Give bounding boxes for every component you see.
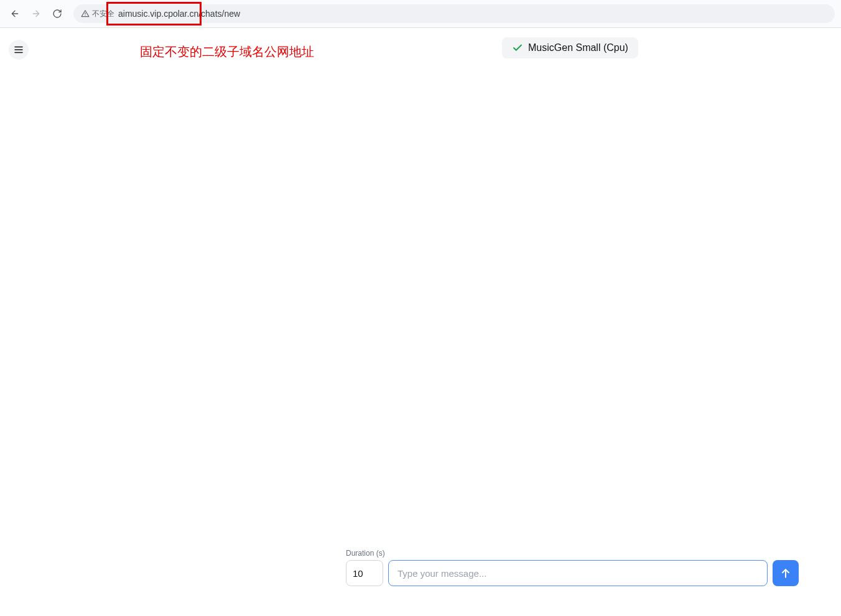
- model-badge[interactable]: MusicGen Small (Cpu): [502, 37, 638, 58]
- browser-toolbar: 不安全 aimusic.vip.cpolar.cn/chats/new: [0, 0, 841, 28]
- input-panel: Duration (s): [346, 549, 799, 586]
- reload-icon: [52, 9, 62, 19]
- duration-label: Duration (s): [346, 549, 799, 558]
- back-button[interactable]: [6, 5, 24, 22]
- menu-button[interactable]: [9, 40, 29, 60]
- page-header: MusicGen Small (Cpu): [0, 37, 841, 68]
- forward-button[interactable]: [27, 5, 45, 22]
- arrow-up-icon: [779, 567, 792, 579]
- message-input[interactable]: [388, 560, 768, 586]
- arrow-left-icon: [10, 9, 20, 19]
- send-button[interactable]: [773, 560, 799, 586]
- address-bar[interactable]: 不安全 aimusic.vip.cpolar.cn/chats/new: [73, 4, 835, 23]
- reload-button[interactable]: [49, 5, 66, 22]
- duration-input[interactable]: [346, 560, 383, 586]
- security-indicator: 不安全: [81, 9, 114, 19]
- url-text: aimusic.vip.cpolar.cn/chats/new: [118, 9, 240, 19]
- arrow-right-icon: [31, 9, 41, 19]
- check-icon: [512, 42, 523, 53]
- hamburger-icon: [13, 44, 24, 55]
- svg-point-1: [85, 15, 85, 16]
- warning-icon: [81, 9, 90, 18]
- model-badge-label: MusicGen Small (Cpu): [528, 42, 628, 53]
- input-row: [346, 560, 799, 586]
- security-text: 不安全: [92, 9, 114, 19]
